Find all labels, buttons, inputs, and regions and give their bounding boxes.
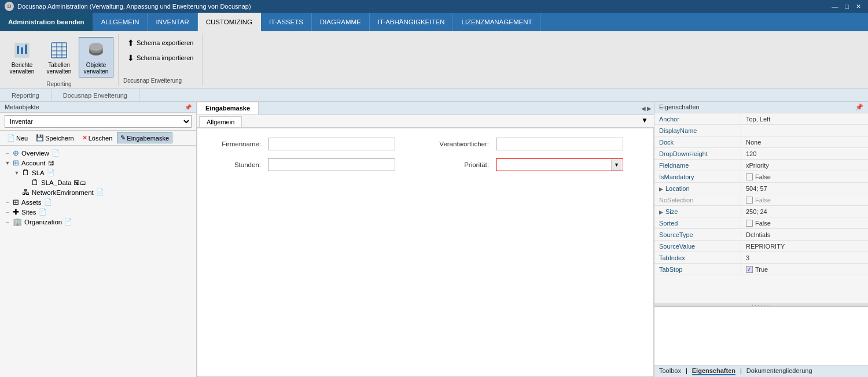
prop-name-tabstop: TabStop — [654, 265, 741, 274]
stunden-input[interactable] — [268, 158, 395, 171]
close-button[interactable]: ✕ — [854, 0, 863, 13]
prop-value-size: 250; 24 — [741, 207, 868, 216]
objekte-verwalten-button[interactable]: Objekteverwalten — [79, 37, 113, 77]
pin-icon[interactable]: 📌 — [185, 104, 192, 110]
nav-left-icon[interactable]: ◀ — [641, 105, 646, 112]
location-expand-icon[interactable]: ▶ — [659, 186, 663, 192]
props-pin-icon[interactable]: 📌 — [855, 104, 863, 111]
tab-allgemein[interactable]: ALLGEMEIN — [93, 13, 148, 31]
verantwortlicher-input[interactable] — [496, 138, 623, 150]
expander: − — [3, 209, 12, 215]
tree-item-overview[interactable]: − ⊕ Overview 📄 — [2, 148, 194, 158]
loeschen-label: Löschen — [89, 135, 113, 142]
prop-dropdownheight: DropDownHeight 120 — [654, 148, 868, 160]
firmenname-input[interactable] — [268, 138, 395, 150]
tab-customizing[interactable]: CUSTOMIZING — [198, 13, 261, 31]
minimize-button[interactable]: — — [829, 0, 840, 13]
footer-separator-1: | — [686, 367, 687, 375]
tabstop-checkbox[interactable]: ✓ — [746, 266, 753, 273]
tree-item-sites[interactable]: − ✚ Sites 📄 — [2, 207, 194, 217]
main-container: Metaobjekte 📌 Inventar 📄 Neu 💾 Speichern… — [0, 102, 868, 377]
dropdown-row: Inventar — [0, 113, 196, 131]
tree-extra: 🖫 — [48, 160, 54, 167]
tab-lizenzmanagement[interactable]: LIZENZMANAGEMENT — [453, 13, 540, 31]
tree-extra: 📄 — [47, 169, 55, 176]
sites-icon: ✚ — [13, 208, 19, 216]
reports-icon — [12, 40, 32, 61]
ribbon-group-reporting: Berichteverwalten Tabellenverwalten — [0, 34, 119, 86]
prop-value-noselection: False — [741, 195, 868, 205]
network-icon: 🖧 — [22, 188, 30, 197]
prop-value-dropdownheight: 120 — [741, 149, 868, 158]
prop-value-anchor: Top, Left — [741, 114, 868, 124]
schema-importieren-button[interactable]: ⬇ Schema importieren — [123, 51, 197, 65]
center-tab-eingabemaske[interactable]: Eingabemaske — [197, 102, 259, 114]
berichte-verwalten-button[interactable]: Berichteverwalten — [5, 37, 39, 77]
noselection-checkbox[interactable] — [746, 197, 753, 204]
toolbar-row: 📄 Neu 💾 Speichern ✕ Löschen ✎ Eingabemas… — [0, 131, 196, 146]
tree-extra: 📄 — [44, 198, 52, 206]
reporting-section-label: Reporting — [0, 89, 52, 101]
footer-dokumentengliederung[interactable]: Dokumentengliederung — [746, 367, 812, 375]
prop-noselection: NoSelection False — [654, 194, 868, 206]
tree-item-account[interactable]: ▼ ⊞ Account 🖫 — [2, 158, 194, 168]
expander: − — [3, 199, 12, 205]
sorted-checkbox-label: False — [755, 220, 771, 227]
stunden-group: Stunden: — [209, 158, 395, 171]
props-bottom — [654, 307, 868, 365]
ismandatory-checkbox[interactable] — [746, 173, 753, 180]
tree-item-sla-data[interactable]: 🗒 SLA_Data 🖫🗂 — [2, 178, 194, 187]
prop-value-displayname — [741, 130, 868, 132]
props-footer: Toolbox | Eigenschaften | Dokumentenglie… — [654, 365, 868, 377]
prop-name-anchor: Anchor — [654, 114, 741, 124]
tab-row-left: Eingabemaske — [197, 102, 260, 114]
eingabemaske-button[interactable]: ✎ Eingabemaske — [117, 132, 172, 143]
nav-right-icon[interactable]: ▶ — [647, 105, 652, 112]
sub-dropdown-icon[interactable]: ▼ — [638, 116, 652, 127]
footer-toolbox[interactable]: Toolbox — [659, 367, 681, 375]
tabellen-verwalten-button[interactable]: Tabellenverwalten — [42, 37, 76, 77]
tab-admin[interactable]: Administration beenden — [0, 13, 93, 31]
prioritaet-dropdown-arrow[interactable]: ▼ — [611, 159, 621, 171]
neu-button[interactable]: 📄 Neu — [3, 132, 31, 143]
account-icon: ⊞ — [13, 158, 19, 167]
expander: − — [3, 219, 12, 225]
tab-itabhaengigkeiten[interactable]: IT-ABHÄNGIGKEITEN — [370, 13, 454, 31]
inventar-dropdown[interactable]: Inventar — [5, 115, 192, 128]
loeschen-button[interactable]: ✕ Löschen — [79, 132, 116, 143]
svg-rect-2 — [21, 47, 23, 54]
prop-name-location: ▶Location — [654, 184, 741, 193]
window-controls[interactable]: — □ ✕ — [829, 0, 863, 13]
export-icon: ⬆ — [127, 38, 134, 47]
sub-tab-allgemein[interactable]: Allgemein — [199, 116, 242, 127]
footer-eigenschaften[interactable]: Eigenschaften — [692, 367, 735, 375]
schema-exportieren-button[interactable]: ⬆ Schema exportieren — [123, 36, 197, 50]
sorted-checkbox[interactable] — [746, 220, 753, 227]
tree-item-networkenvironment[interactable]: 🖧 NetworkEnvironment 📄 — [2, 187, 194, 197]
prioritaet-select[interactable]: ▼ — [496, 158, 623, 171]
footer-separator-2: | — [740, 367, 742, 375]
tree-item-sla[interactable]: ▼ 🗒 SLA 📄 — [2, 168, 194, 178]
maximize-button[interactable]: □ — [843, 0, 851, 13]
prop-value-sorted: False — [741, 219, 868, 228]
tree-item-organization[interactable]: − 🏢 Organization 📄 — [2, 217, 194, 227]
prioritaet-group: Priorität: ▼ — [437, 158, 623, 171]
objekte-label: Objekteverwalten — [84, 62, 109, 75]
center-panel: Eingabemaske ◀ ▶ Allgemein ▼ Firmenname:… — [197, 102, 654, 377]
tab-itassets[interactable]: IT-ASSETS — [261, 13, 312, 31]
prop-name-size: ▶Size — [654, 207, 741, 216]
tree-item-assets[interactable]: − ⊞ Assets 📄 — [2, 197, 194, 207]
eingabemaske-label: Eingabemaske — [127, 135, 169, 142]
tab-diagramme[interactable]: DIAGRAMME — [312, 13, 370, 31]
prop-displayname: DisplayName — [654, 125, 868, 136]
assets-icon: ⊞ — [13, 198, 19, 206]
size-expand-icon[interactable]: ▶ — [659, 209, 663, 215]
speichern-button[interactable]: 💾 Speichern — [32, 132, 78, 143]
prop-name-dropdownheight: DropDownHeight — [654, 149, 741, 158]
ribbon-group-docusnap: ⬆ Schema exportieren ⬇ Schema importiere… — [119, 34, 203, 86]
import-label: Schema importieren — [137, 54, 193, 61]
tab-inventar[interactable]: INVENTAR — [148, 13, 197, 31]
org-icon: 🏢 — [13, 217, 22, 226]
metaobjekte-header: Metaobjekte 📌 — [0, 102, 196, 113]
prop-anchor: Anchor Top, Left — [654, 113, 868, 125]
